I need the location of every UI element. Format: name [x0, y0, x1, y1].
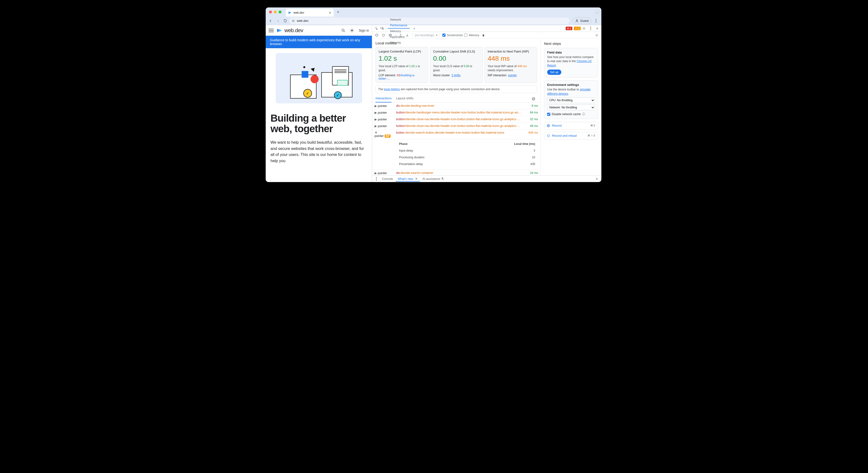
- svg-rect-0: [292, 20, 294, 20]
- more-tabs-icon[interactable]: »: [412, 26, 417, 31]
- clear-icon[interactable]: [388, 33, 393, 38]
- devtools-menu[interactable]: [588, 27, 593, 30]
- metric-card: Largest Contentful Paint (LCP) 1.02 s Yo…: [375, 47, 428, 83]
- error-count-badge[interactable]: ⊘ 2: [566, 27, 572, 30]
- svg-point-5: [577, 20, 578, 21]
- page-intro: We want to help you build beautiful, acc…: [271, 139, 367, 164]
- webdev-logo-icon: [277, 28, 282, 33]
- metric-card: Cumulative Layout Shift (CLS) 0.00 Your …: [430, 47, 483, 83]
- svg-point-7: [351, 30, 353, 31]
- tabs-dropdown[interactable]: ⌄: [595, 9, 599, 14]
- interactions-table: ▶ pointer div.devsite-landing-row-inner …: [372, 103, 540, 175]
- subtabs: Interactions Layout shifts: [372, 93, 540, 103]
- interaction-row[interactable]: ▶ pointer div.devsite-search-container 2…: [372, 170, 540, 175]
- setup-button[interactable]: Set up: [547, 69, 561, 75]
- drawer-tab-ai[interactable]: AI assistance ⚗: [420, 176, 446, 182]
- disable-cache-checkbox[interactable]: Disable network cache ⓘ: [547, 112, 595, 116]
- svg-point-12: [375, 34, 378, 36]
- network-throttle-select[interactable]: Network: No throttling: [547, 105, 595, 110]
- env-settings-panel: Environment settings Use the device tool…: [544, 80, 598, 119]
- browser-tab[interactable]: web.dev ✕: [286, 9, 334, 17]
- record-reload-row[interactable]: Record and reload ⌘ ⇧ E: [544, 132, 598, 140]
- flask-icon: ⚗: [441, 177, 444, 181]
- help-icon[interactable]: ⓘ: [582, 112, 585, 116]
- search-button[interactable]: [340, 27, 347, 34]
- banner: Guidance to build modern web experiences…: [266, 36, 372, 48]
- browser-window: web.dev ✕ + ⌄ web.dev Guest: [266, 7, 601, 182]
- svg-point-3: [294, 20, 294, 20]
- devtools-tab-network[interactable]: Network: [388, 17, 410, 23]
- svg-point-11: [583, 28, 584, 29]
- hero-illustration: ✓✓: [276, 53, 362, 104]
- settings-icon[interactable]: [581, 26, 587, 31]
- close-tab-icon[interactable]: ✕: [329, 11, 331, 14]
- devtools-panel: ElementsConsoleSourcesNetworkPerformance…: [372, 25, 601, 182]
- local-metrics-title: Local metrics: [375, 41, 537, 45]
- site-settings-icon: [291, 19, 295, 23]
- drawer: Console What's new ✕ AI assistance ⚗ ✕: [372, 175, 601, 182]
- device-toolbar-icon[interactable]: [379, 26, 384, 31]
- download-icon[interactable]: [404, 33, 410, 38]
- metrics-info: The local metrics are captured from the …: [375, 85, 537, 93]
- subtab-layout-shifts[interactable]: Layout shifts: [396, 95, 413, 102]
- svg-point-6: [342, 29, 344, 31]
- memory-checkbox[interactable]: Memory: [464, 34, 479, 37]
- cpu-throttle-select[interactable]: CPU: No throttling: [547, 97, 595, 103]
- interaction-detail: PhaseLocal time (ms)Input delay3Processi…: [372, 139, 540, 170]
- favicon: [288, 11, 291, 14]
- forward-button[interactable]: [275, 18, 281, 24]
- warning-count-badge[interactable]: ⚠ 2: [574, 27, 581, 30]
- drawer-tab-whatsnew[interactable]: What's new ✕: [396, 176, 420, 182]
- gc-icon[interactable]: [481, 33, 486, 38]
- interaction-row[interactable]: ▶ pointer div.devsite-landing-row-inner …: [372, 103, 540, 109]
- svg-rect-2: [292, 21, 294, 22]
- close-window[interactable]: [269, 10, 272, 13]
- new-tab-button[interactable]: +: [335, 9, 341, 15]
- interaction-row[interactable]: ▶ pointer button#devsite-close-nav.devsi…: [372, 123, 540, 129]
- site-logo[interactable]: web.dev: [277, 27, 303, 34]
- interaction-row[interactable]: ▶ pointer button#devsite-close-nav.devsi…: [372, 116, 540, 123]
- close-devtools-icon[interactable]: ✕: [595, 26, 600, 31]
- close-drawer-tab-icon[interactable]: ✕: [415, 177, 418, 181]
- omnibox[interactable]: web.dev: [289, 18, 569, 24]
- local-metrics-link[interactable]: local metrics: [384, 88, 400, 91]
- tab-strip: web.dev ✕ + ⌄: [266, 7, 601, 17]
- upload-icon[interactable]: [398, 33, 403, 38]
- page-viewport: web.dev Sign in Guidance to build modern…: [266, 25, 372, 182]
- page-headline: Building a better web, together: [271, 113, 367, 134]
- screenshots-checkbox[interactable]: Screenshots: [442, 34, 463, 37]
- interaction-row[interactable]: ▼ pointerINP button.devsite-search-butto…: [372, 129, 540, 139]
- subtab-interactions[interactable]: Interactions: [375, 95, 392, 102]
- perf-settings-icon[interactable]: [594, 33, 599, 38]
- signin-link[interactable]: Sign in: [359, 29, 369, 32]
- devtools-tab-performance[interactable]: Performance: [388, 23, 410, 29]
- drawer-menu[interactable]: [374, 177, 378, 181]
- hamburger-menu[interactable]: [269, 28, 274, 33]
- address-bar: web.dev Guest: [266, 17, 601, 25]
- interaction-row[interactable]: ▶ pointer button#devsite-hamburger-menu.…: [372, 109, 540, 116]
- field-data-panel: Field data See how your local metrics co…: [544, 48, 598, 78]
- site-logo-text: web.dev: [284, 27, 303, 34]
- close-drawer-icon[interactable]: ✕: [594, 176, 599, 182]
- minimize-window[interactable]: [274, 10, 277, 13]
- drawer-tab-console[interactable]: Console: [380, 176, 395, 182]
- maximize-window[interactable]: [279, 10, 281, 13]
- theme-toggle[interactable]: [349, 27, 355, 34]
- record-icon[interactable]: [374, 33, 379, 38]
- record-row[interactable]: Record ⌘ E: [544, 122, 598, 129]
- inspect-element-icon[interactable]: [374, 26, 379, 31]
- reload-button[interactable]: [282, 18, 288, 24]
- profile-guest[interactable]: Guest: [572, 18, 591, 24]
- omnibox-url: web.dev: [297, 19, 308, 23]
- recordings-dropdown[interactable]: (no recordings): [415, 34, 434, 37]
- reload-record-icon[interactable]: [381, 33, 386, 38]
- svg-point-4: [294, 21, 294, 22]
- back-button[interactable]: [268, 18, 274, 24]
- sidebar-title: Next steps: [544, 41, 598, 46]
- clear-interactions-icon[interactable]: [532, 97, 535, 100]
- perf-toolbar: (no recordings) ▾ Screenshots Memory: [372, 32, 601, 39]
- devtools-tabs: ElementsConsoleSourcesNetworkPerformance…: [372, 25, 601, 32]
- next-steps-sidebar: Next steps Field data See how your local…: [540, 39, 601, 175]
- svg-point-14: [596, 35, 597, 36]
- chrome-menu[interactable]: [594, 19, 598, 23]
